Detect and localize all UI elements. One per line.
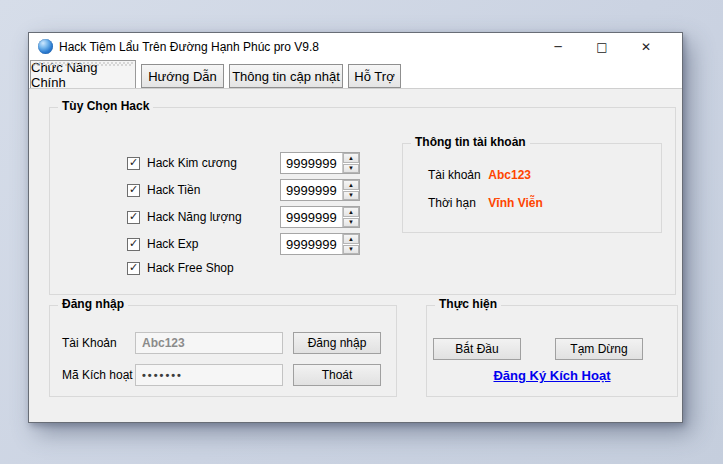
spinner-buttons: ▲ ▼ xyxy=(342,234,359,254)
window-title: Hack Tiệm Lẩu Trên Đường Hạnh Phúc pro V… xyxy=(59,40,319,54)
group-account-info-title: Thông tin tài khoản xyxy=(411,135,530,149)
spinner-buttons: ▲ ▼ xyxy=(342,153,359,173)
tab-chuc-nang-chinh[interactable]: Chức Năng Chính xyxy=(30,60,136,88)
activation-code-field[interactable] xyxy=(135,364,283,386)
checkbox-label: Hack Tiền xyxy=(147,183,200,197)
account-row: Thời hạn Vĩnh Viễn xyxy=(428,196,543,212)
group-login: Đăng nhập Tài Khoản Đăng nhập Mã Kích ho… xyxy=(49,305,397,397)
account-label: Tài khoản xyxy=(428,168,485,182)
group-hack-options-title: Tùy Chọn Hack xyxy=(58,99,153,113)
window-controls: ─ □ ✕ xyxy=(536,33,668,60)
account-value: Abc123 xyxy=(488,168,531,182)
spinner-kim-cuong: 9999999 ▲ ▼ xyxy=(280,152,360,174)
group-hack-options: Tùy Chọn Hack ✓ Hack Kim cương ✓ Hack Ti… xyxy=(49,107,676,295)
group-execute: Thực hiện Bắt Đầu Tạm Dừng Đăng Ký Kích … xyxy=(426,305,678,397)
tab-huong-dan[interactable]: Hướng Dẫn xyxy=(141,64,224,88)
hack-option-row: ✓ Hack Exp xyxy=(127,235,198,253)
username-field[interactable] xyxy=(135,332,283,354)
checkbox-hack-exp[interactable]: ✓ xyxy=(127,238,140,251)
tab-page-main: Tùy Chọn Hack ✓ Hack Kim cương ✓ Hack Ti… xyxy=(29,88,682,422)
spinner-down-icon[interactable]: ▼ xyxy=(343,245,359,255)
tab-bar: Chức Năng Chính Hướng Dẫn Thông tin cập … xyxy=(29,60,682,88)
minimize-icon: ─ xyxy=(554,41,561,53)
checkbox-label: Hack Năng lượng xyxy=(147,210,242,224)
exit-button[interactable]: Thoát xyxy=(293,364,381,386)
spinner-tien: 9999999 ▲ ▼ xyxy=(280,179,360,201)
tab-thong-tin-cap-nhat[interactable]: Thông tin cập nhật xyxy=(229,64,343,88)
group-login-title: Đăng nhập xyxy=(58,297,128,311)
close-button[interactable]: ✕ xyxy=(624,33,668,60)
start-button[interactable]: Bắt Đầu xyxy=(433,338,521,360)
checkbox-label: Hack Free Shop xyxy=(147,261,234,275)
register-activation-link[interactable]: Đăng Ký Kích Hoạt xyxy=(427,368,677,383)
checkbox-label: Hack Kim cương xyxy=(147,156,237,170)
duration-value: Vĩnh Viễn xyxy=(488,196,542,210)
checkmark-icon: ✓ xyxy=(129,211,138,222)
spinner-down-icon[interactable]: ▼ xyxy=(343,191,359,201)
spinner-up-icon[interactable]: ▲ xyxy=(343,234,359,244)
maximize-icon: □ xyxy=(596,41,607,53)
activation-code-label: Mã Kích hoạt xyxy=(62,368,133,382)
spinner-up-icon[interactable]: ▲ xyxy=(343,180,359,190)
account-row: Tài khoản Abc123 xyxy=(428,168,531,184)
spinner-value[interactable]: 9999999 xyxy=(281,180,342,200)
hack-option-row: ✓ Hack Kim cương xyxy=(127,154,237,172)
close-icon: ✕ xyxy=(641,41,651,53)
group-execute-title: Thực hiện xyxy=(435,297,501,311)
hack-option-row: ✓ Hack Năng lượng xyxy=(127,208,242,226)
spinner-up-icon[interactable]: ▲ xyxy=(343,153,359,163)
login-button[interactable]: Đăng nhập xyxy=(293,332,381,354)
title-bar[interactable]: Hack Tiệm Lẩu Trên Đường Hạnh Phúc pro V… xyxy=(29,33,682,60)
spinner-down-icon[interactable]: ▼ xyxy=(343,218,359,228)
checkmark-icon: ✓ xyxy=(129,262,138,273)
hack-option-row: ✓ Hack Tiền xyxy=(127,181,200,199)
spinner-value[interactable]: 9999999 xyxy=(281,207,342,227)
spinner-buttons: ▲ ▼ xyxy=(342,180,359,200)
tab-ho-tro[interactable]: Hỗ Trợ xyxy=(348,64,401,88)
spinner-up-icon[interactable]: ▲ xyxy=(343,207,359,217)
group-account-info: Thông tin tài khoản Tài khoản Abc123 Thờ… xyxy=(402,143,662,233)
app-window: Hack Tiệm Lẩu Trên Đường Hạnh Phúc pro V… xyxy=(28,32,683,423)
spinner-buttons: ▲ ▼ xyxy=(342,207,359,227)
username-label: Tài Khoản xyxy=(62,336,117,350)
checkmark-icon: ✓ xyxy=(129,238,138,249)
checkbox-hack-tien[interactable]: ✓ xyxy=(127,184,140,197)
checkbox-hack-free-shop[interactable]: ✓ xyxy=(127,262,140,275)
spinner-exp: 9999999 ▲ ▼ xyxy=(280,233,360,255)
spinner-value[interactable]: 9999999 xyxy=(281,153,342,173)
duration-label: Thời hạn xyxy=(428,196,485,210)
spinner-value[interactable]: 9999999 xyxy=(281,234,342,254)
checkbox-hack-kim-cuong[interactable]: ✓ xyxy=(127,157,140,170)
checkmark-icon: ✓ xyxy=(129,157,138,168)
app-globe-icon xyxy=(38,39,53,54)
checkbox-label: Hack Exp xyxy=(147,237,198,251)
spinner-nang-luong: 9999999 ▲ ▼ xyxy=(280,206,360,228)
minimize-button[interactable]: ─ xyxy=(536,33,580,60)
pause-button[interactable]: Tạm Dừng xyxy=(555,338,643,360)
maximize-button[interactable]: □ xyxy=(580,33,624,60)
spinner-down-icon[interactable]: ▼ xyxy=(343,164,359,174)
checkmark-icon: ✓ xyxy=(129,184,138,195)
checkbox-hack-nang-luong[interactable]: ✓ xyxy=(127,211,140,224)
hack-option-row: ✓ Hack Free Shop xyxy=(127,259,234,277)
